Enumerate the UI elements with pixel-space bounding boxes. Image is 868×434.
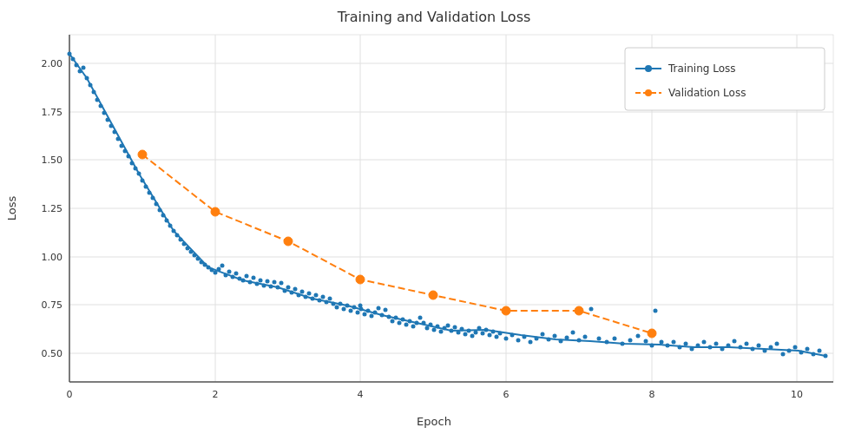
val-point-2 — [211, 207, 220, 216]
train-point — [391, 319, 395, 324]
train-point — [597, 337, 602, 341]
train-point — [481, 332, 485, 336]
train-point — [613, 337, 617, 341]
legend-box — [625, 48, 825, 110]
train-point — [425, 326, 430, 331]
train-point — [470, 334, 475, 339]
train-point — [321, 295, 326, 299]
train-point — [273, 280, 277, 285]
val-point-4 — [356, 275, 365, 284]
train-point — [541, 332, 545, 337]
val-point-5 — [429, 291, 437, 299]
train-point — [806, 347, 810, 352]
y-tick-1.50: 1.50 — [42, 155, 63, 166]
y-tick-1.25: 1.25 — [42, 203, 63, 214]
train-point — [432, 328, 437, 332]
train-point — [384, 308, 388, 312]
train-point — [775, 342, 779, 346]
x-tick-8: 8 — [649, 389, 655, 400]
chart-container: Training and Validation Loss Epoch Loss … — [0, 0, 868, 434]
train-point — [227, 270, 232, 274]
train-point — [418, 316, 423, 320]
legend-validation-dot — [645, 89, 652, 96]
val-point-1 — [138, 150, 147, 159]
legend-training-dot — [645, 65, 652, 72]
train-point — [583, 335, 588, 339]
train-point — [411, 325, 416, 329]
train-point — [446, 324, 450, 328]
train-point — [356, 311, 360, 315]
train-point — [404, 323, 409, 327]
train-point — [529, 340, 533, 345]
train-point — [349, 309, 353, 313]
y-axis-label: Loss — [5, 196, 18, 221]
train-point — [714, 342, 719, 346]
y-tick-0.75: 0.75 — [42, 299, 63, 311]
train-point — [279, 281, 284, 286]
train-point — [733, 339, 737, 344]
train-point — [702, 340, 707, 345]
train-point — [628, 339, 633, 343]
train-point — [286, 286, 291, 290]
train-point — [259, 279, 263, 283]
y-tick-1.75: 1.75 — [42, 107, 63, 118]
val-point-6 — [502, 306, 510, 315]
train-point — [234, 272, 239, 276]
x-tick-10: 10 — [791, 389, 803, 400]
train-point — [300, 290, 305, 294]
x-tick-0: 0 — [67, 389, 73, 400]
x-axis-label: Epoch — [417, 415, 451, 428]
x-tick-2: 2 — [213, 389, 219, 400]
train-point — [377, 306, 381, 311]
train-point — [495, 335, 499, 339]
train-point — [363, 312, 367, 317]
train-point — [342, 307, 346, 312]
train-point — [684, 342, 688, 346]
train-point — [328, 297, 332, 301]
train-point — [439, 330, 444, 334]
train-point — [266, 279, 270, 284]
train-point — [757, 344, 761, 348]
legend-training-label: Training Loss — [667, 62, 735, 75]
train-point — [818, 349, 822, 353]
train-point — [488, 333, 492, 338]
train-point — [571, 331, 575, 335]
train-point — [82, 66, 86, 70]
train-point — [464, 332, 468, 337]
train-point — [660, 340, 664, 345]
train-point — [370, 314, 374, 319]
train-point — [293, 287, 298, 292]
train-point — [654, 309, 658, 313]
val-point-3 — [284, 237, 293, 246]
loss-chart: Training and Validation Loss Epoch Loss … — [0, 0, 868, 434]
train-point — [307, 292, 312, 296]
train-point — [220, 264, 225, 268]
val-point-8 — [648, 329, 656, 338]
train-point — [516, 339, 521, 343]
train-point — [589, 307, 594, 312]
train-point — [314, 293, 319, 298]
y-tick-0.50: 0.50 — [42, 348, 63, 359]
x-tick-6: 6 — [503, 389, 510, 400]
val-point-7 — [575, 306, 583, 315]
train-point — [644, 339, 648, 344]
train-point — [636, 334, 641, 339]
train-point — [745, 342, 749, 346]
train-point — [245, 274, 249, 279]
train-point — [335, 306, 339, 310]
train-point — [672, 340, 676, 345]
legend-validation-label: Validation Loss — [668, 87, 746, 99]
train-point — [553, 334, 557, 339]
y-tick-2.00: 2.00 — [42, 58, 63, 69]
train-point — [781, 352, 786, 357]
train-point — [793, 345, 798, 350]
y-tick-1.00: 1.00 — [42, 252, 63, 263]
train-point — [398, 321, 402, 326]
train-point — [504, 337, 509, 341]
train-point — [453, 326, 457, 330]
chart-title: Training and Validation Loss — [337, 9, 531, 25]
x-tick-4: 4 — [358, 389, 364, 400]
train-point — [252, 276, 256, 280]
